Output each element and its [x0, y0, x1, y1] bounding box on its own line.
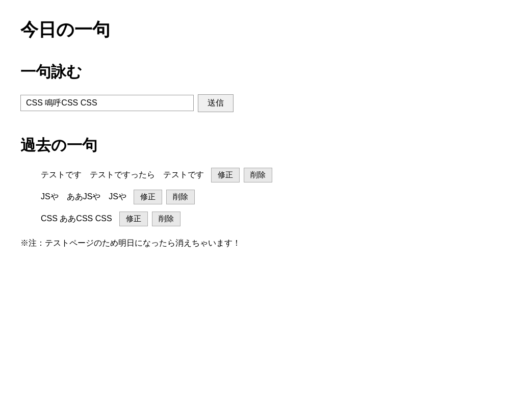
compose-section: 一句詠む 送信: [20, 59, 497, 112]
haiku-list-item: CSS ああCSS CSS修正削除: [41, 212, 497, 226]
edit-button[interactable]: 修正: [134, 190, 162, 204]
haiku-list-item: テストです テストですったら テストです修正削除: [41, 168, 497, 182]
notice-text: ※注：テストページのため明日になったら消えちゃいます！: [20, 237, 497, 250]
haiku-item-text: CSS ああCSS CSS: [41, 212, 112, 225]
submit-button[interactable]: 送信: [198, 94, 234, 112]
compose-title: 一句詠む: [20, 59, 497, 84]
compose-form: 送信: [20, 94, 497, 112]
delete-button[interactable]: 削除: [244, 168, 272, 182]
haiku-item-text: テストです テストですったら テストです: [41, 168, 204, 181]
haiku-list: テストです テストですったら テストです修正削除JSや ああJSや JSや修正削…: [20, 168, 497, 226]
haiku-list-item: JSや ああJSや JSや修正削除: [41, 190, 497, 204]
haiku-item-text: JSや ああJSや JSや: [41, 190, 126, 203]
delete-button[interactable]: 削除: [152, 212, 180, 226]
edit-button[interactable]: 修正: [211, 168, 240, 182]
past-title: 過去の一句: [20, 133, 497, 158]
edit-button[interactable]: 修正: [119, 212, 148, 226]
haiku-input[interactable]: [20, 95, 194, 111]
page-title: 今日の一句: [20, 15, 497, 44]
delete-button[interactable]: 削除: [166, 190, 195, 204]
past-section: 過去の一句 テストです テストですったら テストです修正削除JSや ああJSや …: [20, 133, 497, 249]
